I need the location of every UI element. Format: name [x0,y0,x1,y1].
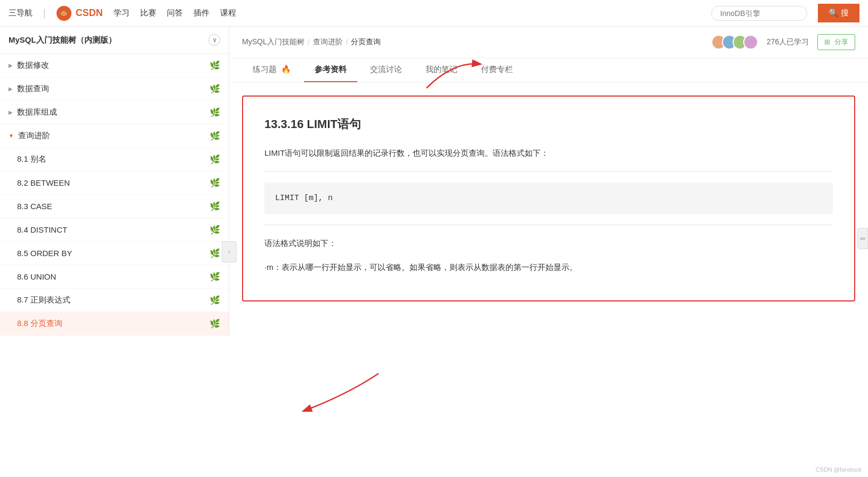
article-bullet-m: ·m：表示从哪一行开始显示，可以省略。如果省略，则表示从数据表的第一行开始显示。 [264,260,833,275]
header-right: 276人已学习 ⊞ 分享 [711,34,855,50]
sidebar-label-db-compose: 数据库组成 [17,107,57,117]
sidebar-item-alias[interactable]: 8.1 别名 🌿 [0,148,229,171]
sidebar-label-union: 8.6 UNION [17,272,56,281]
sidebar-item-left: ▶ 数据查询 [9,84,49,94]
sidebar-item-between[interactable]: 8.2 BETWEEN 🌿 [0,171,229,195]
sidebar-item-left: 8.1 别名 [17,154,46,164]
nav-menu: 学习 比赛 问答 插件 课程 [114,8,701,18]
tabs: 练习题 🔥 参考资料 交流讨论 我的笔记 付费专栏 [229,58,868,83]
sidebar-label-orderby: 8.5 ORDER BY [17,249,72,258]
sidebar-title: MySQL入门技能树（内测版） [9,35,116,45]
tab-exercise-label: 练习题 [253,65,277,74]
sidebar: MySQL入门技能树（内测版） ∨ ▶ 数据修改 🌿 ▶ 数据查询 🌿 [0,27,229,336]
sidebar-collapse-btn[interactable]: ∨ [208,34,220,46]
tab-discussion[interactable]: 交流讨论 [359,58,413,82]
tab-premium[interactable]: 付费专栏 [470,58,524,82]
leaf-icon: 🌿 [210,107,220,117]
leaf-icon: 🌿 [210,295,220,305]
sidebar-label-query-advanced: 查询进阶 [18,131,50,141]
breadcrumb-sep2: / [346,38,348,46]
leaf-icon: 🌿 [210,272,220,282]
learner-count: 276人已学习 [767,37,809,47]
sidebar-label-pagination: 8.8 分页查询 [17,319,62,329]
leaf-icon: 🌿 [210,319,220,329]
nav-item-plugin[interactable]: 插件 [194,8,210,18]
hamburger-menu[interactable]: 三导航 [9,8,33,18]
sidebar-item-pagination[interactable]: 8.8 分页查询 🌿 [0,312,229,336]
code-block: LIMIT [m], n [264,182,833,214]
sidebar-label-case: 8.3 CASE [17,202,52,211]
breadcrumb-home[interactable]: MySQL入门技能树 [242,37,304,47]
avatar-4 [743,35,758,50]
leaf-icon: 🌿 [210,84,220,94]
sidebar-item-left: 8.7 正则表达式 [17,295,70,305]
breadcrumb-current: 分页查询 [351,37,381,47]
leaf-icon: 🌿 [210,225,220,235]
article-divider-bottom [264,225,833,225]
csdn-icon: 🐵 [57,6,71,21]
article-section-label: 语法格式说明如下： [264,236,833,251]
sidebar-item-orderby[interactable]: 8.5 ORDER BY 🌿 [0,242,229,265]
sidebar-item-regex[interactable]: 8.7 正则表达式 🌿 [0,289,229,312]
top-navigation: 三导航 | 🐵 CSDN 学习 比赛 问答 插件 课程 🔍 搜 [0,0,868,27]
breadcrumb-parent[interactable]: 查询进阶 [313,37,343,47]
content-right-expand-btn[interactable]: ⇔ [857,228,868,249]
sidebar-label-alias: 8.1 别名 [17,154,46,164]
article-intro: LIMIT语句可以限制返回结果的记录行数，也可以实现分页查询。语法格式如下： [264,146,833,161]
arrow-icon: ▶ [9,109,13,115]
sidebar-item-case[interactable]: 8.3 CASE 🌿 [0,195,229,218]
leaf-icon: 🌿 [210,60,220,70]
sidebar-header: MySQL入门技能树（内测版） ∨ [0,27,229,54]
sidebar-item-db-compose[interactable]: ▶ 数据库组成 🌿 [0,101,229,124]
tab-notes[interactable]: 我的笔记 [415,58,468,82]
search-button[interactable]: 🔍 搜 [818,4,859,22]
share-icon: ⊞ [824,38,830,46]
content-area: MySQL入门技能树 / 查询进阶 / 分页查询 276人已学习 ⊞ 分享 [229,27,868,477]
tab-notes-label: 我的笔记 [425,65,457,74]
arrow-expanded-icon: ▼ [9,133,14,139]
nav-divider: | [43,7,46,19]
tab-exercise[interactable]: 练习题 🔥 [242,58,302,82]
csdn-brand[interactable]: CSDN [76,7,103,19]
sidebar-item-left: 8.4 DISTINCT [17,225,67,234]
sidebar-label-data-query: 数据查询 [17,84,49,94]
sidebar-item-left: 8.8 分页查询 [17,319,62,329]
article-container: 13.3.16 LIMIT语句 LIMIT语句可以限制返回结果的记录行数，也可以… [229,83,868,477]
leaf-icon: 🌿 [210,248,220,258]
article-box: 13.3.16 LIMIT语句 LIMIT语句可以限制返回结果的记录行数，也可以… [242,96,855,301]
sidebar-item-left: ▶ 数据库组成 [9,107,57,117]
nav-item-contest[interactable]: 比赛 [140,8,156,18]
sidebar-wrapper: MySQL入门技能树（内测版） ∨ ▶ 数据修改 🌿 ▶ 数据查询 🌿 [0,27,229,477]
sidebar-label-between: 8.2 BETWEEN [17,178,70,187]
sidebar-label-data-edit: 数据修改 [17,60,49,70]
tab-premium-label: 付费专栏 [481,65,513,74]
breadcrumb: MySQL入门技能树 / 查询进阶 / 分页查询 [242,37,381,47]
sidebar-item-union[interactable]: 8.6 UNION 🌿 [0,265,229,289]
learner-avatars [711,35,758,50]
sidebar-item-left: 8.2 BETWEEN [17,178,70,187]
tab-discussion-label: 交流讨论 [370,65,402,74]
sidebar-item-data-query[interactable]: ▶ 数据查询 🌿 [0,77,229,101]
share-button[interactable]: ⊞ 分享 [817,34,855,50]
tab-reference-label: 参考资料 [315,65,347,74]
sidebar-item-query-advanced[interactable]: ▼ 查询进阶 🌿 [0,124,229,148]
sidebar-item-left: 8.3 CASE [17,202,52,211]
nav-item-study[interactable]: 学习 [114,8,130,18]
leaf-icon: 🌿 [210,201,220,211]
sidebar-label-regex: 8.7 正则表达式 [17,295,70,305]
search-input[interactable] [711,6,807,21]
sidebar-item-left: ▼ 查询进阶 [9,131,50,141]
leaf-icon: 🌿 [210,154,220,164]
main-layout: MySQL入门技能树（内测版） ∨ ▶ 数据修改 🌿 ▶ 数据查询 🌿 [0,27,868,477]
arrow-icon: ▶ [9,86,13,92]
nav-item-qa[interactable]: 问答 [167,8,183,18]
logo-area: 🐵 CSDN [57,6,103,21]
sidebar-item-distinct[interactable]: 8.4 DISTINCT 🌿 [0,218,229,242]
nav-item-course[interactable]: 课程 [220,8,236,18]
tab-reference[interactable]: 参考资料 [304,58,357,82]
sidebar-item-left: ▶ 数据修改 [9,60,49,70]
share-label: 分享 [834,38,848,46]
sidebar-item-left: 8.5 ORDER BY [17,249,72,258]
sidebar-item-data-edit[interactable]: ▶ 数据修改 🌿 [0,54,229,77]
article-title: 13.3.16 LIMIT语句 [264,114,833,135]
